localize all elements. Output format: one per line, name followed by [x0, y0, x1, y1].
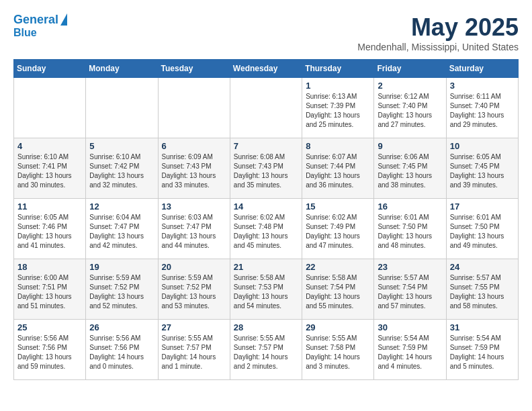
calendar-cell: 8Sunrise: 6:07 AM Sunset: 7:44 PM Daylig…	[302, 138, 374, 199]
day-info: Sunrise: 6:08 AM Sunset: 7:43 PM Dayligh…	[234, 152, 298, 190]
weekday-header: Thursday	[302, 60, 374, 78]
day-number: 24	[450, 262, 515, 272]
day-number: 30	[378, 322, 442, 332]
logo-text: General	[13, 13, 58, 27]
day-info: Sunrise: 6:05 AM Sunset: 7:45 PM Dayligh…	[450, 152, 515, 190]
day-number: 18	[17, 262, 82, 272]
calendar-cell: 31Sunrise: 5:54 AM Sunset: 7:59 PM Dayli…	[446, 320, 518, 380]
calendar-table: SundayMondayTuesdayWednesdayThursdayFrid…	[13, 59, 519, 380]
day-info: Sunrise: 5:58 AM Sunset: 7:53 PM Dayligh…	[234, 273, 298, 311]
day-info: Sunrise: 6:07 AM Sunset: 7:44 PM Dayligh…	[306, 152, 370, 190]
calendar-cell	[86, 78, 158, 138]
calendar-cell: 25Sunrise: 5:56 AM Sunset: 7:56 PM Dayli…	[14, 320, 86, 380]
day-info: Sunrise: 6:11 AM Sunset: 7:40 PM Dayligh…	[450, 92, 515, 130]
day-number: 8	[306, 141, 370, 151]
weekday-header: Wednesday	[230, 60, 302, 78]
day-number: 1	[306, 81, 370, 91]
day-info: Sunrise: 5:56 AM Sunset: 7:56 PM Dayligh…	[17, 334, 82, 371]
day-info: Sunrise: 6:09 AM Sunset: 7:43 PM Dayligh…	[162, 152, 226, 190]
title-section: May 2025 Mendenhall, Mississippi, United…	[357, 13, 519, 52]
calendar-cell: 5Sunrise: 6:10 AM Sunset: 7:42 PM Daylig…	[86, 138, 158, 199]
day-number: 11	[17, 201, 82, 212]
weekday-header: Saturday	[446, 60, 518, 78]
day-info: Sunrise: 5:59 AM Sunset: 7:52 PM Dayligh…	[162, 273, 226, 311]
calendar-cell: 27Sunrise: 5:55 AM Sunset: 7:57 PM Dayli…	[158, 320, 230, 380]
day-info: Sunrise: 6:02 AM Sunset: 7:49 PM Dayligh…	[306, 213, 370, 250]
calendar-cell: 22Sunrise: 5:58 AM Sunset: 7:54 PM Dayli…	[302, 259, 374, 320]
calendar-cell	[158, 78, 230, 138]
day-info: Sunrise: 6:02 AM Sunset: 7:48 PM Dayligh…	[234, 213, 298, 250]
calendar-cell: 1Sunrise: 6:13 AM Sunset: 7:39 PM Daylig…	[302, 78, 374, 138]
day-info: Sunrise: 5:57 AM Sunset: 7:54 PM Dayligh…	[378, 273, 442, 311]
day-number: 22	[306, 262, 370, 272]
day-info: Sunrise: 6:00 AM Sunset: 7:51 PM Dayligh…	[17, 273, 82, 311]
day-number: 16	[378, 201, 442, 212]
logo-blue-text: Blue	[13, 27, 67, 39]
calendar-week-row: 18Sunrise: 6:00 AM Sunset: 7:51 PM Dayli…	[14, 259, 519, 320]
day-number: 29	[306, 322, 370, 332]
day-info: Sunrise: 5:54 AM Sunset: 7:59 PM Dayligh…	[450, 334, 515, 371]
calendar-cell: 23Sunrise: 5:57 AM Sunset: 7:54 PM Dayli…	[374, 259, 446, 320]
calendar-cell: 21Sunrise: 5:58 AM Sunset: 7:53 PM Dayli…	[230, 259, 302, 320]
calendar-cell: 19Sunrise: 5:59 AM Sunset: 7:52 PM Dayli…	[86, 259, 158, 320]
day-info: Sunrise: 6:03 AM Sunset: 7:47 PM Dayligh…	[162, 213, 226, 250]
calendar-cell: 18Sunrise: 6:00 AM Sunset: 7:51 PM Dayli…	[14, 259, 86, 320]
day-number: 25	[17, 322, 82, 332]
day-number: 26	[89, 322, 154, 332]
calendar-cell: 28Sunrise: 5:55 AM Sunset: 7:57 PM Dayli…	[230, 320, 302, 380]
day-number: 28	[234, 322, 298, 332]
day-info: Sunrise: 5:56 AM Sunset: 7:56 PM Dayligh…	[89, 334, 154, 371]
day-info: Sunrise: 6:12 AM Sunset: 7:40 PM Dayligh…	[378, 92, 442, 130]
day-info: Sunrise: 6:10 AM Sunset: 7:42 PM Dayligh…	[89, 152, 154, 190]
day-number: 20	[162, 262, 226, 272]
day-number: 9	[378, 141, 442, 151]
calendar-cell: 11Sunrise: 6:05 AM Sunset: 7:46 PM Dayli…	[14, 199, 86, 259]
day-number: 5	[89, 141, 154, 151]
day-number: 4	[17, 141, 82, 151]
calendar-week-row: 11Sunrise: 6:05 AM Sunset: 7:46 PM Dayli…	[14, 199, 519, 259]
weekday-header-row: SundayMondayTuesdayWednesdayThursdayFrid…	[14, 60, 519, 78]
calendar-cell: 24Sunrise: 5:57 AM Sunset: 7:55 PM Dayli…	[446, 259, 518, 320]
day-info: Sunrise: 5:55 AM Sunset: 7:57 PM Dayligh…	[234, 334, 298, 371]
day-info: Sunrise: 6:04 AM Sunset: 7:47 PM Dayligh…	[89, 213, 154, 250]
calendar-cell: 29Sunrise: 5:55 AM Sunset: 7:58 PM Dayli…	[302, 320, 374, 380]
calendar-cell: 15Sunrise: 6:02 AM Sunset: 7:49 PM Dayli…	[302, 199, 374, 259]
day-info: Sunrise: 5:57 AM Sunset: 7:55 PM Dayligh…	[450, 273, 515, 311]
month-title: May 2025	[357, 13, 519, 42]
logo-triangle-icon	[60, 13, 67, 26]
calendar-cell: 12Sunrise: 6:04 AM Sunset: 7:47 PM Dayli…	[86, 199, 158, 259]
day-info: Sunrise: 5:55 AM Sunset: 7:57 PM Dayligh…	[162, 334, 226, 371]
day-number: 21	[234, 262, 298, 272]
day-number: 15	[306, 201, 370, 212]
day-number: 3	[450, 81, 515, 91]
calendar-week-row: 4Sunrise: 6:10 AM Sunset: 7:41 PM Daylig…	[14, 138, 519, 199]
day-number: 6	[162, 141, 226, 151]
location-text: Mendenhall, Mississippi, United States	[357, 42, 519, 52]
day-info: Sunrise: 6:13 AM Sunset: 7:39 PM Dayligh…	[306, 92, 370, 130]
calendar-cell: 30Sunrise: 5:54 AM Sunset: 7:59 PM Dayli…	[374, 320, 446, 380]
weekday-header: Tuesday	[158, 60, 230, 78]
day-number: 12	[89, 201, 154, 212]
day-info: Sunrise: 5:59 AM Sunset: 7:52 PM Dayligh…	[89, 273, 154, 311]
day-number: 2	[378, 81, 442, 91]
weekday-header: Monday	[86, 60, 158, 78]
calendar-cell: 14Sunrise: 6:02 AM Sunset: 7:48 PM Dayli…	[230, 199, 302, 259]
day-info: Sunrise: 5:54 AM Sunset: 7:59 PM Dayligh…	[378, 334, 442, 371]
day-info: Sunrise: 6:10 AM Sunset: 7:41 PM Dayligh…	[17, 152, 82, 190]
calendar-cell: 13Sunrise: 6:03 AM Sunset: 7:47 PM Dayli…	[158, 199, 230, 259]
day-number: 7	[234, 141, 298, 151]
logo: General Blue	[13, 13, 67, 38]
calendar-cell: 6Sunrise: 6:09 AM Sunset: 7:43 PM Daylig…	[158, 138, 230, 199]
day-info: Sunrise: 6:01 AM Sunset: 7:50 PM Dayligh…	[450, 213, 515, 250]
calendar-cell: 20Sunrise: 5:59 AM Sunset: 7:52 PM Dayli…	[158, 259, 230, 320]
calendar-cell: 9Sunrise: 6:06 AM Sunset: 7:45 PM Daylig…	[374, 138, 446, 199]
day-info: Sunrise: 6:05 AM Sunset: 7:46 PM Dayligh…	[17, 213, 82, 250]
calendar-cell: 10Sunrise: 6:05 AM Sunset: 7:45 PM Dayli…	[446, 138, 518, 199]
day-info: Sunrise: 5:58 AM Sunset: 7:54 PM Dayligh…	[306, 273, 370, 311]
calendar-cell: 4Sunrise: 6:10 AM Sunset: 7:41 PM Daylig…	[14, 138, 86, 199]
page-header: General Blue May 2025 Mendenhall, Missis…	[13, 13, 519, 52]
day-info: Sunrise: 5:55 AM Sunset: 7:58 PM Dayligh…	[306, 334, 370, 371]
calendar-cell	[230, 78, 302, 138]
calendar-cell: 16Sunrise: 6:01 AM Sunset: 7:50 PM Dayli…	[374, 199, 446, 259]
calendar-week-row: 25Sunrise: 5:56 AM Sunset: 7:56 PM Dayli…	[14, 320, 519, 380]
